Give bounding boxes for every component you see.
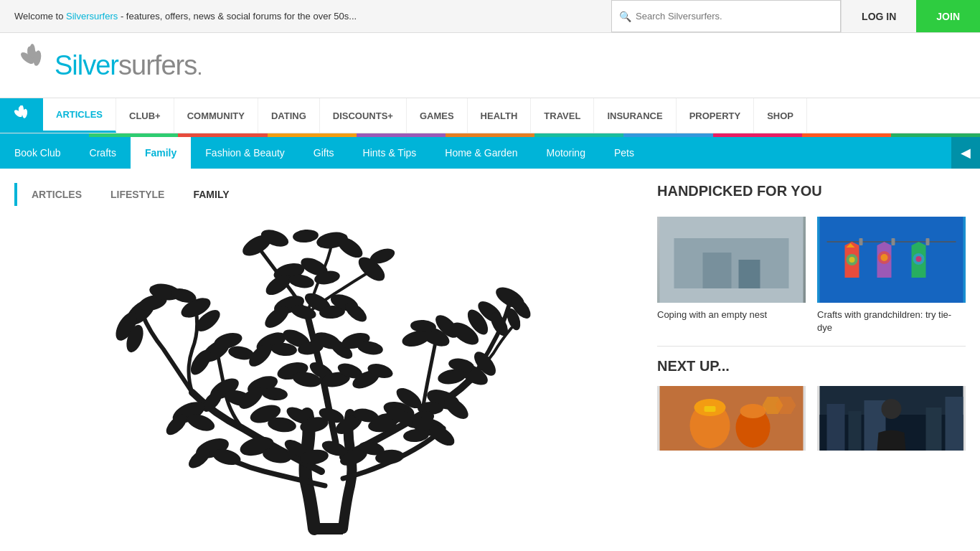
svg-rect-142	[946, 397, 963, 451]
handpicked-cards: Coping with an empty nest	[657, 217, 966, 334]
nav-item-games[interactable]: GAMES	[407, 98, 468, 133]
right-sidebar: HANDPICKED FOR YOU Coping with an empty …	[657, 183, 966, 543]
sub-nav-home-garden[interactable]: Home & Garden	[430, 137, 532, 169]
nav-item-discounts[interactable]: DISCOUNTS+	[320, 98, 407, 133]
main-content: ARTICLES LIFESTYLE FAMILY	[0, 169, 980, 551]
section-divider	[657, 346, 966, 347]
tab-family[interactable]: FAMILY	[179, 183, 243, 206]
svg-point-127	[916, 256, 922, 262]
svg-point-121	[849, 257, 855, 263]
svg-point-124	[881, 254, 888, 261]
nav-item-club[interactable]: CLUB+	[116, 98, 174, 133]
login-button[interactable]: LOG IN	[841, 0, 916, 32]
next-card-img-man	[817, 386, 966, 451]
empty-nest-visual	[657, 217, 806, 303]
sub-nav-pets[interactable]: Pets	[600, 137, 649, 169]
svg-rect-128	[660, 386, 804, 451]
sub-nav-hints-tips[interactable]: Hints & Tips	[349, 137, 431, 169]
sub-nav-arrow[interactable]: ◀	[951, 137, 980, 169]
logo[interactable]: Silversurfers.	[14, 44, 203, 87]
tree-image-container	[14, 220, 643, 543]
sub-nav-book-club[interactable]: Book Club	[0, 137, 75, 169]
svg-rect-116	[892, 238, 895, 245]
nav-logo-icon	[11, 105, 32, 126]
nav-item-articles[interactable]: ARTICLES	[43, 98, 116, 133]
color-segment-10	[802, 133, 891, 137]
svg-rect-115	[859, 238, 863, 245]
sub-nav-gifts[interactable]: Gifts	[299, 137, 349, 169]
sub-nav-motoring[interactable]: Motoring	[532, 137, 599, 169]
next-card-man[interactable]	[817, 386, 966, 451]
welcome-prefix: Welcome to	[14, 11, 66, 22]
tab-lifestyle[interactable]: LIFESTYLE	[96, 183, 179, 206]
sub-nav-fashion-beauty[interactable]: Fashion & Beauty	[191, 137, 299, 169]
sub-nav-family[interactable]: Family	[131, 137, 191, 169]
join-button[interactable]: JOIN	[916, 0, 980, 32]
next-card-honey[interactable]	[657, 386, 806, 451]
sub-nav-crafts[interactable]: Crafts	[75, 137, 131, 169]
welcome-message: Welcome to Silversurfers - features, off…	[14, 11, 357, 22]
nav-item-travel[interactable]: TRAVEL	[531, 98, 594, 133]
card-empty-nest[interactable]: Coping with an empty nest	[657, 217, 806, 334]
card-title-empty-nest: Coping with an empty nest	[657, 309, 806, 321]
svg-rect-117	[926, 238, 930, 245]
card-img-tie-dye	[817, 217, 966, 303]
nav-item-health[interactable]: HEALTH	[468, 98, 532, 133]
top-bar: Welcome to Silversurfers - features, off…	[0, 0, 980, 33]
nav-items: ARTICLES CLUB+ COMMUNITY DATING DISCOUNT…	[43, 98, 980, 133]
tree-illustration	[85, 227, 573, 536]
left-content: ARTICLES LIFESTYLE FAMILY	[14, 183, 643, 543]
nav-logo-cell[interactable]	[0, 98, 43, 133]
svg-rect-139	[849, 411, 862, 451]
next-up-cards	[657, 386, 966, 451]
tab-articles[interactable]: ARTICLES	[17, 183, 96, 206]
article-tabs: ARTICLES LIFESTYLE FAMILY	[14, 183, 643, 206]
handpicked-title: HANDPICKED FOR YOU	[657, 183, 966, 205]
search-input[interactable]	[636, 11, 833, 22]
sub-nav: Book Club Crafts Family Fashion & Beauty…	[0, 137, 980, 169]
logo-text: Silversurfers.	[55, 50, 203, 81]
man-svg	[817, 386, 966, 451]
card-img-empty-nest	[657, 217, 806, 303]
svg-rect-111	[703, 253, 732, 288]
header: Silversurfers.	[0, 33, 980, 98]
svg-point-12	[292, 228, 319, 243]
card-title-tie-dye: Crafts with grandchildren: try tie-dye	[817, 309, 966, 334]
next-card-img-honey	[657, 386, 806, 451]
svg-point-132	[740, 404, 766, 418]
nav-item-shop[interactable]: SHOP	[754, 98, 807, 133]
tie-dye-svg	[817, 217, 966, 303]
svg-rect-112	[739, 260, 760, 288]
svg-point-143	[882, 399, 902, 419]
nav-item-community[interactable]: COMMUNITY	[174, 98, 258, 133]
card-tie-dye[interactable]: Crafts with grandchildren: try tie-dye	[817, 217, 966, 334]
honey-svg	[657, 386, 806, 451]
tie-dye-visual	[817, 217, 966, 303]
next-up-title: NEXT UP...	[657, 358, 966, 375]
site-name-link[interactable]: Silversurfers	[66, 11, 118, 22]
main-nav: ARTICLES CLUB+ COMMUNITY DATING DISCOUNT…	[0, 98, 980, 133]
search-box[interactable]: 🔍	[611, 0, 841, 32]
color-segment-9	[713, 133, 802, 137]
logo-icon	[14, 44, 50, 87]
svg-rect-141	[926, 408, 942, 451]
welcome-suffix: - features, offers, news & social forums…	[118, 11, 357, 22]
search-icon: 🔍	[619, 11, 631, 22]
svg-rect-133	[705, 406, 716, 412]
nav-item-insurance[interactable]: INSURANCE	[594, 98, 676, 133]
nav-item-dating[interactable]: DATING	[258, 98, 320, 133]
top-bar-right: 🔍 LOG IN JOIN	[611, 0, 980, 32]
nav-item-property[interactable]: PROPERTY	[677, 98, 755, 133]
svg-point-3	[29, 44, 35, 58]
svg-rect-138	[827, 404, 845, 451]
